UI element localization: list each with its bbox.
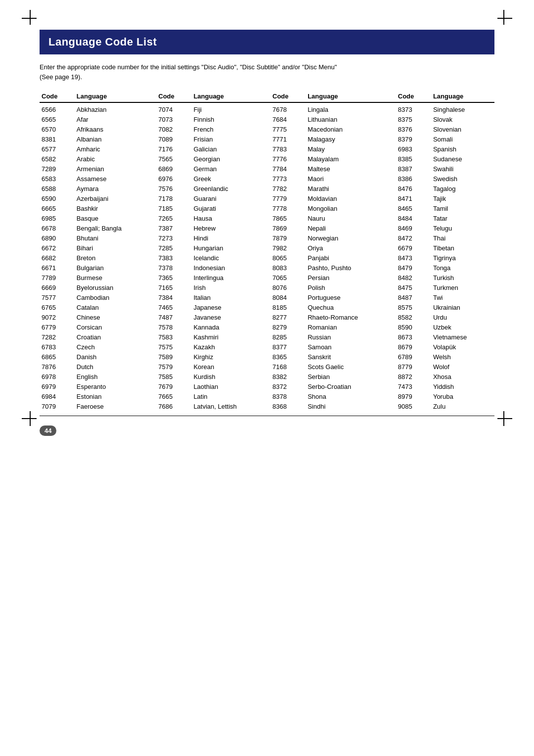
- code-col-1: 6869: [156, 164, 192, 174]
- table-row: 7079Faeroese7686Latvian, Lettish8368Sind…: [40, 402, 494, 412]
- code-col-3: 9085: [396, 402, 431, 412]
- lang-col-0: Bihari: [75, 243, 156, 253]
- code-col-1: 7679: [156, 382, 192, 392]
- code-col-3: 8479: [396, 263, 431, 273]
- lang-col-1: Gujarati: [191, 204, 270, 214]
- header-code-1: Code: [40, 91, 75, 102]
- code-col-1: 7589: [156, 352, 192, 362]
- code-col-1: 7378: [156, 263, 192, 273]
- code-col-3: 8472: [396, 234, 431, 243]
- code-col-2: 7775: [270, 125, 306, 135]
- code-col-3: 8373: [396, 102, 431, 115]
- code-col-2: 7678: [270, 102, 306, 115]
- code-col-3: 6789: [396, 352, 431, 362]
- lang-col-1: Kurdish: [191, 372, 270, 382]
- code-col-3: 8482: [396, 273, 431, 283]
- lang-col-2: Panjabi: [306, 253, 396, 263]
- code-col-2: 7879: [270, 234, 306, 243]
- code-col-2: 8382: [270, 372, 306, 382]
- code-col-1: 7565: [156, 154, 192, 164]
- code-col-2: 7779: [270, 194, 306, 204]
- table-row: 6979Esperanto7679Laothian8372Serbo-Croat…: [40, 382, 494, 392]
- lang-col-2: Maltese: [306, 164, 396, 174]
- lang-col-2: Serbo-Croatian: [306, 382, 396, 392]
- lang-col-3: Tamil: [431, 204, 494, 214]
- lang-col-0: Abkhazian: [75, 102, 156, 115]
- lang-col-3: Swahili: [431, 164, 494, 174]
- lang-col-3: Ukrainian: [431, 303, 494, 313]
- code-col-3: 8575: [396, 303, 431, 313]
- code-col-2: 8377: [270, 342, 306, 352]
- code-col-1: 7383: [156, 253, 192, 263]
- code-col-2: 7771: [270, 135, 306, 144]
- code-col-2: 8365: [270, 352, 306, 362]
- code-col-3: 8484: [396, 214, 431, 224]
- lang-col-3: Vietnamese: [431, 332, 494, 342]
- code-col-0: 6582: [40, 154, 75, 164]
- code-col-1: 7089: [156, 135, 192, 144]
- header-lang-3: Language: [306, 91, 396, 102]
- table-row: 6588Aymara7576Greenlandic7782Marathi8476…: [40, 184, 494, 194]
- code-col-3: 8379: [396, 135, 431, 144]
- lang-col-2: Rhaeto-Romance: [306, 313, 396, 323]
- table-row: 6590Azerbaijani7178Guarani7779Moldavian8…: [40, 194, 494, 204]
- lang-col-1: Javanese: [191, 313, 270, 323]
- table-row: 6671Bulgarian7378Indonesian8083Pashto, P…: [40, 263, 494, 273]
- code-col-0: 7289: [40, 164, 75, 174]
- code-col-0: 6765: [40, 303, 75, 313]
- code-col-1: 7273: [156, 234, 192, 243]
- table-row: 7789Burmese7365Interlingua7065Persian848…: [40, 273, 494, 283]
- code-col-3: 8779: [396, 362, 431, 372]
- lang-col-1: Georgian: [191, 154, 270, 164]
- lang-col-1: Galician: [191, 144, 270, 154]
- table-row: 6665Bashkir7185Gujarati7778Mongolian8465…: [40, 204, 494, 214]
- code-col-2: 7773: [270, 174, 306, 184]
- code-col-0: 6565: [40, 115, 75, 125]
- lang-col-3: Volapük: [431, 342, 494, 352]
- lang-col-3: Telugu: [431, 224, 494, 234]
- lang-col-3: Twi: [431, 293, 494, 303]
- lang-col-0: Azerbaijani: [75, 194, 156, 204]
- lang-col-2: Portuguese: [306, 293, 396, 303]
- header-code-2: Code: [156, 91, 192, 102]
- lang-col-3: Swedish: [431, 174, 494, 184]
- lang-col-0: Bhutani: [75, 234, 156, 243]
- lang-col-1: Frisian: [191, 135, 270, 144]
- code-col-1: 7178: [156, 194, 192, 204]
- table-row: 6783Czech7575Kazakh8377Samoan8679Volapük: [40, 342, 494, 352]
- code-col-0: 6570: [40, 125, 75, 135]
- code-col-2: 7065: [270, 273, 306, 283]
- code-col-3: 8487: [396, 293, 431, 303]
- lang-col-1: Hebrew: [191, 224, 270, 234]
- page: Language Code List Enter the appropriate…: [0, 0, 534, 456]
- code-col-2: 8372: [270, 382, 306, 392]
- table-row: 6984Estonian7665Latin8378Shona8979Yoruba: [40, 392, 494, 402]
- code-col-1: 7665: [156, 392, 192, 402]
- table-bottom-line: [40, 416, 494, 416]
- code-col-0: 6665: [40, 204, 75, 214]
- lang-col-1: Finnish: [191, 115, 270, 125]
- lang-col-2: Marathi: [306, 184, 396, 194]
- lang-col-1: Indonesian: [191, 263, 270, 273]
- table-row: 6669Byelorussian7165Irish8076Polish8475T…: [40, 283, 494, 293]
- lang-col-2: Scots Gaelic: [306, 362, 396, 372]
- lang-col-3: Tonga: [431, 263, 494, 273]
- lang-col-2: Quechua: [306, 303, 396, 313]
- header-lang-4: Language: [431, 91, 494, 102]
- lang-col-0: Croatian: [75, 332, 156, 342]
- code-col-1: 7576: [156, 184, 192, 194]
- code-col-0: 6783: [40, 342, 75, 352]
- lang-col-3: Urdu: [431, 313, 494, 323]
- title-box: Language Code List: [40, 30, 494, 54]
- corner-mark-tr-v: [503, 10, 504, 25]
- lang-col-2: Lingala: [306, 102, 396, 115]
- lang-col-2: Malagasy: [306, 135, 396, 144]
- lang-col-3: Singhalese: [431, 102, 494, 115]
- lang-col-0: Danish: [75, 352, 156, 362]
- code-col-0: 7079: [40, 402, 75, 412]
- lang-col-2: Persian: [306, 273, 396, 283]
- code-col-3: 8385: [396, 154, 431, 164]
- corner-mark-tl-h: [22, 18, 37, 19]
- lang-col-2: Malayalam: [306, 154, 396, 164]
- code-col-1: 7185: [156, 204, 192, 214]
